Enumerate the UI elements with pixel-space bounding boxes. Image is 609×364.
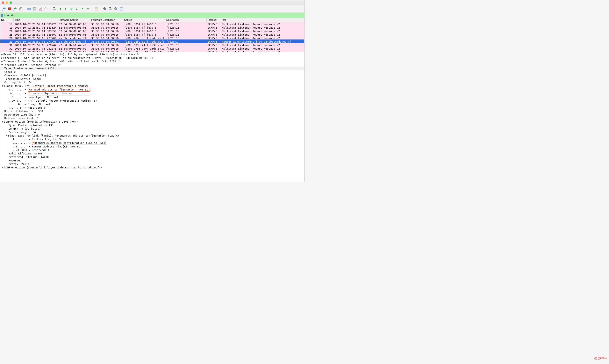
tree-checksum-status[interactable]: [Checksum Status: Good] (0, 77, 304, 81)
tree-type[interactable]: Type: Router Advertisement (134) (0, 67, 304, 70)
start-capture-icon[interactable] (1, 6, 7, 12)
col-hwdst[interactable]: Hardware Destination (90, 18, 123, 22)
zoom-in-icon[interactable] (102, 6, 108, 12)
packet-row[interactable]: 202019-10-02 23:59:01.58385852:54:00:00:… (0, 29, 304, 32)
open-file-icon[interactable] (26, 6, 32, 12)
tree-flag-opt-reserved[interactable]: ...0 0000 = Reserved: 0 (0, 148, 304, 152)
packet-list-header: No. Time Hardware Source Hardware Destin… (0, 18, 304, 22)
go-back-icon[interactable] (57, 6, 63, 12)
svg-rect-14 (87, 8, 89, 8)
packet-row[interactable]: 292019-10-02 23:59:05.277906aa:bb:cc:dd:… (0, 39, 304, 43)
svg-rect-12 (76, 8, 78, 8)
col-time[interactable]: Time (13, 18, 58, 22)
tree-checksum[interactable]: Checksum: 0x7e21 [correct] (0, 74, 304, 77)
packet-row[interactable]: 192019-10-02 23:59:01.58352452:54:00:00:… (0, 26, 304, 29)
col-hwsrc[interactable]: Hardware Source (58, 18, 90, 22)
tree-frame[interactable]: ▶Frame 29: 110 bytes on wire (880 bits),… (0, 53, 304, 56)
tree-flag-home[interactable]: ..0. .... = Home Agent: Not set (0, 95, 304, 99)
highlight-managed: Managed address configuration: Not set (28, 88, 90, 91)
tree-option-prefix[interactable]: ▼ICMPv6 Option (Prefix information : 240… (0, 120, 304, 123)
titlebar: - (0, 0, 304, 5)
svg-rect-21 (95, 10, 98, 11)
maximize-button[interactable] (10, 1, 12, 4)
tree-reserved[interactable]: Reserved (0, 159, 304, 162)
tree-opt-length[interactable]: Length: 4 (32 bytes) (0, 127, 304, 130)
restart-capture-icon[interactable] (12, 6, 18, 12)
window-title: - (152, 1, 152, 4)
display-filter-bar[interactable] (0, 13, 304, 18)
tree-flag-other[interactable]: .0.. .... = Other configuration: Not set (0, 91, 304, 95)
svg-point-2 (20, 8, 21, 9)
packet-list-pane[interactable]: No. Time Hardware Source Hardware Destin… (0, 18, 304, 52)
packet-row[interactable]: 312019-10-02 23:59:05.28187552:54:00:00:… (0, 46, 304, 50)
tree-flags[interactable]: ▼Flags: 0x00, Prf (Default Router Prefer… (0, 84, 304, 88)
resize-columns-icon[interactable] (119, 6, 124, 12)
col-src[interactable]: Source (123, 18, 165, 22)
last-packet-icon[interactable] (79, 6, 85, 12)
tree-prefix[interactable]: Prefix: 2401:: (0, 162, 304, 166)
svg-rect-4 (34, 8, 36, 8)
save-file-icon[interactable] (32, 6, 38, 12)
zoom-out-icon[interactable] (108, 6, 113, 12)
find-icon[interactable] (52, 6, 57, 12)
svg-rect-19 (95, 8, 98, 9)
close-file-icon[interactable] (38, 6, 43, 12)
go-forward-icon[interactable] (63, 6, 68, 12)
svg-point-8 (53, 7, 55, 10)
svg-rect-13 (81, 10, 83, 10)
tree-eth[interactable]: ▶Ethernet II, Src: aa:bb:cc:dd:ee:ff (aa… (0, 56, 304, 60)
capture-options-icon[interactable] (18, 6, 24, 12)
svg-line-23 (105, 9, 106, 10)
tree-opt-type[interactable]: Type: Prefix information (3) (0, 123, 304, 127)
stop-capture-icon[interactable] (7, 6, 12, 12)
packet-row[interactable]: 302019-10-02 23:59:05.279744a2:c0:8b:b0:… (0, 43, 304, 46)
col-proto[interactable]: Protocol (207, 18, 221, 22)
reload-icon[interactable] (43, 6, 49, 12)
packet-row[interactable]: 252019-10-02 23:59:01.88900752:54:00:00:… (0, 32, 304, 36)
display-filter-input[interactable] (4, 14, 304, 17)
zoom-reset-icon[interactable]: 1 (113, 6, 119, 12)
svg-rect-20 (95, 9, 98, 10)
packet-details-pane[interactable]: ▶Frame 29: 110 bytes on wire (880 bits),… (0, 52, 304, 182)
svg-rect-33 (121, 7, 122, 10)
toolbar: 1 (0, 5, 304, 13)
packet-row[interactable]: 282019-10-02 23:59:05.277761aa:bb:cc:dd:… (0, 36, 304, 39)
tree-reachable-time[interactable]: Reachable time (ms): 0 (0, 113, 304, 117)
packet-row[interactable]: 172019-10-02 23:59:01.58322052:54:00:00:… (0, 22, 304, 26)
tree-code[interactable]: Code: 0 (0, 70, 304, 74)
close-button[interactable] (2, 1, 4, 4)
tree-router-lifetime[interactable]: Router lifetime (s): 300 (0, 109, 304, 113)
tree-flag-managed[interactable]: 0... .... = Managed address configuratio… (0, 88, 304, 91)
svg-rect-10 (70, 8, 73, 8)
tree-opt-prefix-length[interactable]: Prefix Length: 64 (0, 130, 304, 134)
bookmark-icon[interactable] (1, 14, 3, 17)
tree-ipv6[interactable]: ▶Internet Protocol Version 6, Src: fe80:… (0, 60, 304, 63)
go-to-packet-icon[interactable] (68, 6, 74, 12)
auto-scroll-icon[interactable] (85, 6, 91, 12)
tree-flag-reserved[interactable]: .... ..0. = Reserved: 0 (0, 106, 304, 109)
tree-flag-autonomous[interactable]: .1.. .... = Autonomous address-configura… (0, 141, 304, 145)
tree-opt-flag[interactable]: ▼Flag: 0xc0, On-link flag(L), Autonomous… (0, 134, 304, 137)
tree-preferred-lifetime[interactable]: Preferred Lifetime: 14400 (0, 155, 304, 159)
tree-retrans-timer[interactable]: Retrans timer (ms): 0 (0, 117, 304, 120)
packet-row[interactable]: 332019-10-02 23:59:05.28764852:54:00:00:… (0, 50, 304, 52)
svg-rect-0 (8, 8, 11, 10)
tree-flag-onlink[interactable]: 1... .... = On-link flag(L): Set (0, 137, 304, 141)
tree-flag-proxy[interactable]: .... .0.. = Proxy: Not set (0, 103, 304, 106)
tree-valid-lifetime[interactable]: Valid Lifetime: 86400 (0, 152, 304, 155)
col-no[interactable]: No. (0, 18, 13, 22)
tree-hop-limit[interactable]: Cur hop limit: 64 (0, 81, 304, 84)
colorize-icon[interactable] (94, 6, 99, 12)
svg-rect-16 (87, 9, 89, 10)
first-packet-icon[interactable] (74, 6, 79, 12)
minimize-button[interactable] (6, 1, 8, 4)
svg-line-9 (55, 9, 56, 10)
tree-flag-prf[interactable]: ...0 0... = Prf (Default Router Preferen… (0, 99, 304, 103)
svg-line-27 (111, 9, 112, 10)
highlight-autonomous: Autonomous address-configuration flag(A)… (32, 141, 106, 145)
col-info[interactable]: Info (221, 18, 304, 22)
tree-option-sll[interactable]: ▶ICMPv6 Option (Source link-layer addres… (0, 166, 304, 169)
tree-flag-router-addr[interactable]: ..0. .... = Router address flag(R): Not … (0, 145, 304, 148)
col-dst[interactable]: Destination (165, 18, 207, 22)
tree-icmpv6[interactable]: ▼Internet Control Message Protocol v6 (0, 63, 304, 67)
